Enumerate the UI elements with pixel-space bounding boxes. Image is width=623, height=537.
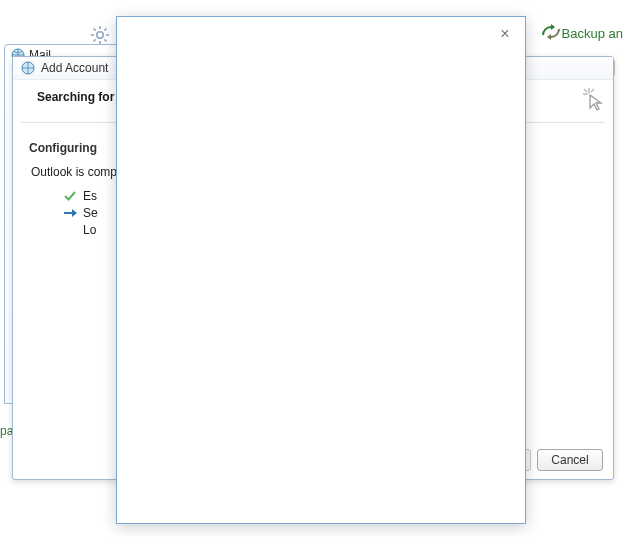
svg-marker-10 [547,34,551,40]
svg-line-8 [104,29,106,31]
svg-point-0 [97,32,103,38]
svg-line-7 [94,39,96,41]
backup-menu-item[interactable]: Backup an [540,22,623,45]
check-icon [63,190,77,202]
close-icon[interactable]: × [497,27,513,43]
svg-line-6 [104,39,106,41]
arrow-right-icon [63,207,77,219]
backup-label: Backup an [562,26,623,41]
globe-icon [21,61,35,75]
step-label: Se [83,206,98,220]
svg-line-15 [584,89,587,92]
svg-line-5 [94,29,96,31]
modal-overlay: × [116,16,526,524]
backup-icon [540,22,562,45]
step-label: Lo [83,223,96,237]
cursor-sparkle-icon [581,86,607,112]
step-label: Es [83,189,97,203]
cancel-button[interactable]: Cancel [537,449,603,471]
svg-line-16 [591,89,594,92]
svg-marker-18 [72,209,77,217]
svg-marker-9 [551,24,555,30]
dialog-title: Add Account [41,61,108,75]
